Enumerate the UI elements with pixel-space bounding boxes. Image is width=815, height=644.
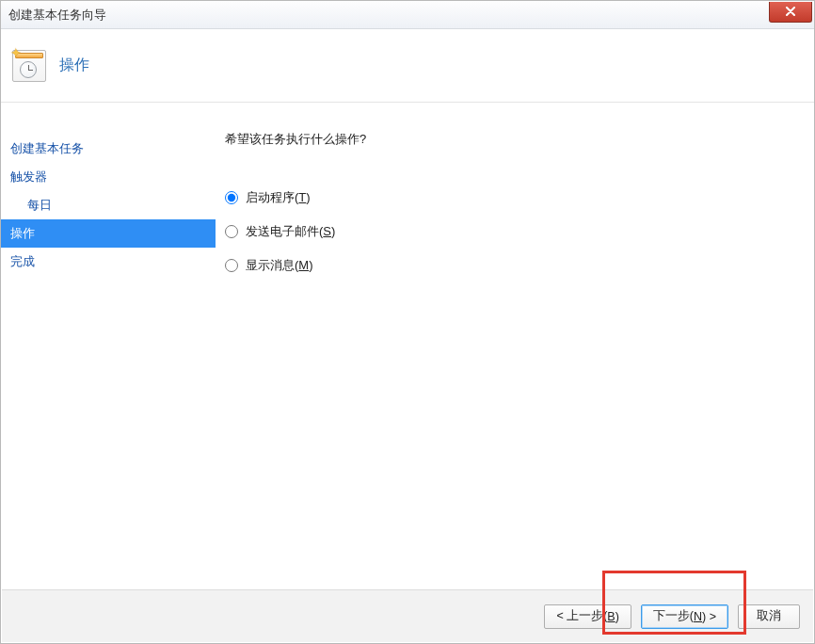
sidebar-step-create-basic-task[interactable]: 创建基本任务 [1,135,216,163]
action-options: 启动程序(T) 发送电子邮件(S) 显示消息(M) [225,189,814,274]
back-button[interactable]: < 上一步(B) [544,604,631,629]
option-start-program[interactable]: 启动程序(T) [225,189,814,206]
sidebar-step-trigger[interactable]: 触发器 [1,163,216,191]
wizard-sidebar: 创建基本任务 触发器 每日 操作 完成 [1,103,216,588]
sidebar-step-finish[interactable]: 完成 [1,248,216,276]
wizard-window: 创建基本任务向导 ✦ 操作 创建基本任务 触发器 每日 操作 完成 希望该任务执… [0,0,815,644]
wizard-footer: < 上一步(B) 下一步(N) > 取消 [2,589,813,642]
window-title: 创建基本任务向导 [8,7,106,24]
action-question: 希望该任务执行什么操作? [225,131,814,148]
wizard-body: 创建基本任务 触发器 每日 操作 完成 希望该任务执行什么操作? 启动程序(T)… [1,103,814,588]
option-start-program-radio[interactable] [225,191,238,204]
option-display-message-radio[interactable] [225,259,238,272]
sidebar-step-daily[interactable]: 每日 [1,191,216,219]
next-button[interactable]: 下一步(N) > [641,604,728,629]
option-send-email[interactable]: 发送电子邮件(S) [225,223,814,240]
close-icon [785,7,796,16]
titlebar: 创建基本任务向导 [1,1,814,29]
cancel-button[interactable]: 取消 [738,604,800,629]
wizard-content: 希望该任务执行什么操作? 启动程序(T) 发送电子邮件(S) [216,103,814,588]
page-title: 操作 [59,56,89,75]
sidebar-step-action[interactable]: 操作 [1,219,216,248]
option-send-email-radio[interactable] [225,225,238,238]
close-button[interactable] [769,2,812,23]
option-display-message[interactable]: 显示消息(M) [225,257,814,274]
wizard-header: ✦ 操作 [1,29,814,103]
wizard-icon: ✦ [12,48,48,84]
